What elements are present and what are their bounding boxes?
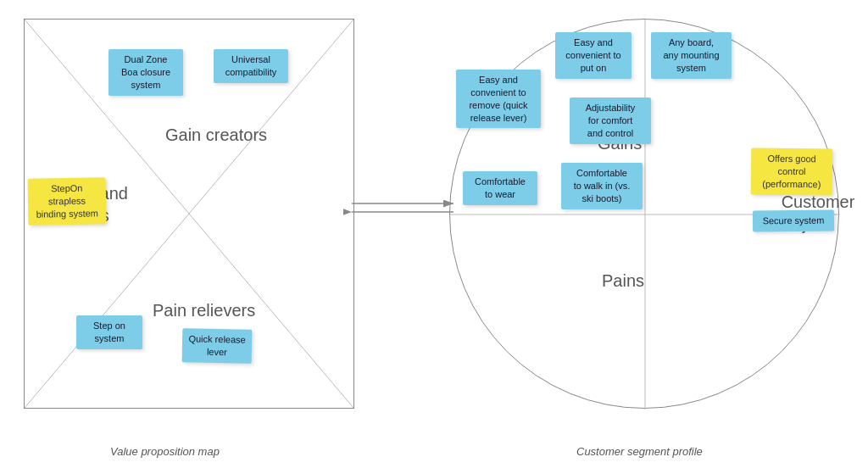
sticky-stepon: StepOnstraplessbinding system [28, 177, 107, 225]
sticky-adjustability: Adjustabilityfor comfortand control [570, 98, 651, 144]
sticky-step-on-system: Step onsystem [76, 315, 142, 349]
sticky-secure-system: Secure system [753, 210, 834, 232]
sticky-dual-zone: Dual ZoneBoa closuresystem [108, 49, 183, 96]
caption-vp: Value proposition map [110, 445, 220, 458]
sticky-comfortable-walk: Comfortableto walk in (vs.ski boots) [561, 163, 643, 209]
arrow [343, 191, 462, 225]
sticky-comfortable-wear: Comfortableto wear [463, 171, 537, 205]
sticky-any-board: Any board,any mountingsystem [651, 32, 732, 79]
sticky-universal: Universalcompatibility [214, 49, 288, 83]
sticky-offers-control: Offers goodcontrol(performance) [751, 148, 832, 195]
caption-cs: Customer segment profile [576, 445, 703, 458]
sticky-quick-release: Quick releaselever [182, 328, 253, 363]
sticky-easy-remove: Easy andconvenient toremove (quickreleas… [456, 70, 541, 128]
sticky-easy-put-on: Easy andconvenient toput on [555, 32, 632, 79]
pains-label: Pains [602, 271, 644, 291]
gain-creators-label: Gain creators [165, 125, 267, 145]
pain-relievers-label: Pain relievers [153, 301, 255, 320]
diagram-container: Products and services Gain creators Pain… [0, 0, 868, 468]
